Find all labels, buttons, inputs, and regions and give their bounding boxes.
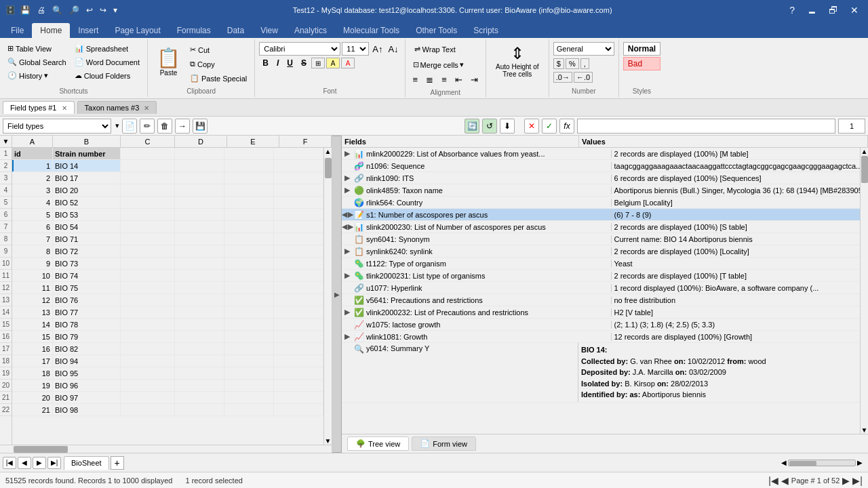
first-sheet-button[interactable]: |◀ xyxy=(3,457,16,469)
italic-button[interactable]: I xyxy=(273,57,282,69)
cell-3f[interactable] xyxy=(274,172,323,184)
cell-4a[interactable]: 3 xyxy=(12,184,53,196)
cell-1e[interactable] xyxy=(224,148,274,159)
refresh-btn[interactable]: ↺ xyxy=(482,119,497,134)
restore-button[interactable]: 🗗 xyxy=(825,3,842,17)
cell-10b[interactable]: BIO 73 xyxy=(53,258,121,269)
cell-12b[interactable]: BIO 75 xyxy=(53,282,121,293)
global-search-button[interactable]: 🔍 Global Search xyxy=(4,56,70,68)
expand-left-icon[interactable]: ◀ xyxy=(342,210,347,219)
word-document-button[interactable]: 📄 Word Document xyxy=(71,56,143,68)
col-header-f[interactable]: F xyxy=(279,136,332,147)
cell-17d[interactable] xyxy=(175,343,224,354)
cell-13b[interactable]: BIO 76 xyxy=(53,294,121,306)
cell-12f[interactable] xyxy=(274,282,323,293)
scroll-down-btn[interactable]: ▼ xyxy=(324,437,332,445)
confirm-btn[interactable]: ✓ xyxy=(542,119,557,134)
cell-13e[interactable] xyxy=(224,294,274,306)
cell-5e[interactable] xyxy=(224,197,274,208)
search-btn[interactable]: 🔎 xyxy=(67,4,81,16)
cell-21b[interactable]: BIO 97 xyxy=(53,392,121,403)
field-row-v5641[interactable]: ✅ v5641: Precautions and restrictions no… xyxy=(342,294,860,306)
cell-10a[interactable]: 9 xyxy=(12,258,53,269)
toolbar-btn-2[interactable]: ✏ xyxy=(140,119,155,134)
cell-9c[interactable] xyxy=(121,245,175,257)
cell-9d[interactable] xyxy=(175,245,224,257)
cell-11d[interactable] xyxy=(175,270,224,281)
font-color-button[interactable]: A xyxy=(341,58,355,68)
cell-14e[interactable] xyxy=(224,306,274,318)
field-row-n1096[interactable]: 🧬 n1096: Sequence taagcggaggaaagaaactaac… xyxy=(342,160,860,172)
cell-21a[interactable]: 20 xyxy=(12,392,53,403)
cell-16c[interactable] xyxy=(121,331,175,342)
cell-4b[interactable]: BIO 20 xyxy=(53,184,121,196)
save-button[interactable]: 💾 xyxy=(18,4,33,16)
cell-20e[interactable] xyxy=(224,380,274,391)
print-button[interactable]: 🖨 xyxy=(35,4,47,16)
cell-12d[interactable] xyxy=(175,282,224,293)
field-row-rlink564[interactable]: 🌍 rlink564: Country Belgium [Locality] xyxy=(342,197,860,209)
percent-button[interactable]: % xyxy=(566,58,579,69)
expand-wlink1081[interactable]: ▶ xyxy=(342,332,353,341)
tab-data[interactable]: Data xyxy=(219,23,252,38)
cell-4d[interactable] xyxy=(175,184,224,196)
cell-5a[interactable]: 4 xyxy=(12,197,53,208)
col-header-a[interactable]: A xyxy=(12,136,53,147)
merge-cells-button[interactable]: ⊡ Merge cells ▾ xyxy=(410,58,467,72)
cell-15a[interactable]: 14 xyxy=(12,319,53,330)
expand-olink4859[interactable]: ▶ xyxy=(342,186,353,195)
decrease-font-button[interactable]: A↓ xyxy=(386,43,400,55)
cell-11e[interactable] xyxy=(224,270,274,281)
spreadsheet-vscroll[interactable]: ▲ ▼ xyxy=(323,148,332,445)
col-header-b[interactable]: B xyxy=(53,136,121,147)
align-right-button[interactable]: ≡ xyxy=(438,73,450,86)
expand-tlink2000231[interactable]: ▶ xyxy=(342,271,353,280)
cell-15b[interactable]: BIO 78 xyxy=(53,319,121,330)
cell-2c[interactable] xyxy=(121,160,175,171)
field-row-nlink1090[interactable]: ▶ 🔗 nlink1090: ITS 6 records are display… xyxy=(342,172,860,184)
fields-vscroll[interactable]: ▲ ▼ xyxy=(860,148,868,434)
hscroll-bar[interactable] xyxy=(788,460,856,466)
comma-button[interactable]: , xyxy=(580,58,589,69)
next-sheet-button[interactable]: ▶ xyxy=(33,457,46,469)
expand-synlink6240[interactable]: ▶ xyxy=(342,247,353,256)
fields-scroll-up[interactable]: ▲ xyxy=(861,148,868,155)
col-header-c[interactable]: C xyxy=(121,136,175,147)
cell-3d[interactable] xyxy=(175,172,224,184)
hscroll-bar-thumb[interactable] xyxy=(789,461,816,466)
cell-17c[interactable] xyxy=(121,343,175,354)
tab-close-2[interactable]: ✕ xyxy=(144,104,149,112)
cell-4f[interactable] xyxy=(274,184,323,196)
cell-1f[interactable] xyxy=(274,148,323,159)
cell-8e[interactable] xyxy=(224,233,274,245)
cell-13a[interactable]: 12 xyxy=(12,294,53,306)
cell-1a[interactable]: id xyxy=(12,148,53,159)
filter-btn[interactable]: 🔄 xyxy=(465,119,479,134)
cell-17f[interactable] xyxy=(274,343,323,354)
cell-10e[interactable] xyxy=(224,258,274,269)
cell-12e[interactable] xyxy=(224,282,274,293)
cell-22f[interactable] xyxy=(274,404,323,415)
cell-10d[interactable] xyxy=(175,258,224,269)
cell-19b[interactable]: BIO 95 xyxy=(53,367,121,379)
col-header-e[interactable]: E xyxy=(227,136,279,147)
hscroll-left-btn[interactable]: ◀ xyxy=(781,459,787,466)
field-types-select[interactable]: Field types xyxy=(3,119,111,134)
tab-scripts[interactable]: Scripts xyxy=(465,23,507,38)
cell-15f[interactable] xyxy=(274,319,323,330)
tab-close-1[interactable]: ✕ xyxy=(62,104,67,112)
indent-decrease-button[interactable]: ⇤ xyxy=(452,73,466,86)
cell-11a[interactable]: 10 xyxy=(12,270,53,281)
indent-increase-button[interactable]: ⇥ xyxy=(467,73,481,86)
cell-8f[interactable] xyxy=(274,233,323,245)
cell-19c[interactable] xyxy=(121,367,175,379)
toolbar-btn-1[interactable]: 📄 xyxy=(122,119,137,134)
decrease-decimal-button[interactable]: ←.0 xyxy=(574,72,593,83)
close-button[interactable]: ✕ xyxy=(846,3,863,17)
cell-8c[interactable] xyxy=(121,233,175,245)
cell-18f[interactable] xyxy=(274,355,323,367)
cell-20f[interactable] xyxy=(274,380,323,391)
prev-page-button[interactable]: ◀ xyxy=(781,475,789,486)
cell-11b[interactable]: BIO 74 xyxy=(53,270,121,281)
number-format-select[interactable]: General xyxy=(553,42,614,56)
